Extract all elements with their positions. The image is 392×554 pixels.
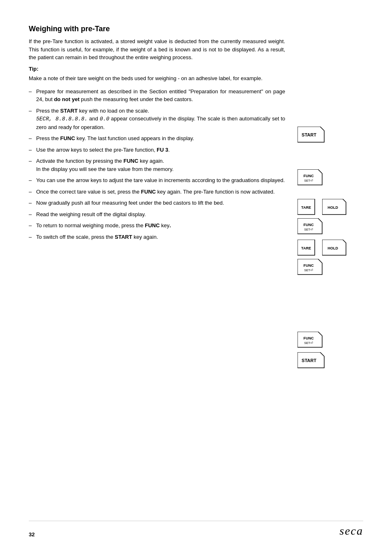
step-7-text: Once the correct tare value is set, pres… [36, 188, 285, 196]
svg-text:FUNC: FUNC [304, 223, 314, 227]
steps-list: – Prepare for measurement as described i… [29, 88, 285, 241]
start-key-svg-2: START [297, 352, 326, 369]
step-6: – You can use the arrow keys to adjust t… [29, 176, 285, 185]
diagram-func-1: FUNC SET⏎ [297, 169, 324, 187]
hold-key-svg-1: HOLD [322, 199, 347, 216]
hold-key-svg-2: HOLD [322, 240, 347, 257]
start-key-svg-1: START [297, 127, 326, 144]
step-5-text: Activate the function by pressing the FU… [36, 157, 285, 173]
step-4-text: Use the arrow keys to select the pre-Tar… [36, 146, 285, 154]
step-3-text: Press the FUNC key. The last function us… [36, 134, 285, 143]
footer: 32 seca [29, 521, 363, 538]
dash: – [29, 88, 36, 104]
step-2-text: Press the START key with no load on the … [36, 107, 285, 132]
tare-hold-row-1: TARE HOLD [297, 199, 347, 216]
diagram-tare-hold-func-1: TARE HOLD FUNC SET⏎ [297, 199, 347, 235]
step-9: – Read the weighing result off the digit… [29, 210, 285, 219]
diagram-start-2: START [297, 352, 326, 369]
svg-text:TARE: TARE [301, 246, 311, 250]
right-column: START FUNC SET⏎ TARE [297, 25, 363, 369]
dash: – [29, 157, 36, 173]
off-text: off [60, 234, 65, 240]
func-key-svg-1: FUNC SET⏎ [297, 169, 324, 187]
tip-text: Make a note of their tare weight on the … [29, 74, 285, 83]
step-6-text: You can use the arrow keys to adjust the… [36, 176, 285, 185]
svg-text:SET⏎: SET⏎ [304, 179, 313, 182]
page: Weighing with pre-Tare If the pre-Tare f… [0, 0, 392, 554]
diagram-tare-hold-func-2: TARE HOLD FUNC SET⏎ [297, 240, 347, 276]
step-10: – To return to normal weighing mode, pre… [29, 222, 285, 230]
step-5: – Activate the function by pressing the … [29, 157, 285, 173]
step-8: – Now gradually push all four measuring … [29, 199, 285, 207]
tare-key-svg-2: TARE [297, 240, 319, 257]
svg-text:SET⏎: SET⏎ [304, 268, 313, 272]
step-7: – Once the correct tare value is set, pr… [29, 188, 285, 196]
dash: – [29, 188, 36, 196]
step-2: – Press the START key with no load on th… [29, 107, 285, 132]
dash: – [29, 134, 36, 143]
diagram-start-1: START [297, 127, 326, 144]
content-area: Weighing with pre-Tare If the pre-Tare f… [29, 25, 363, 369]
svg-text:FUNC: FUNC [304, 174, 314, 178]
svg-text:START: START [302, 132, 316, 137]
func-key-svg-3: FUNC SET⏎ [297, 259, 324, 276]
step-11-text: To switch off the scale, press the START… [36, 233, 285, 241]
step-1-text: Prepare for measurement as described in … [36, 88, 285, 104]
dash: – [29, 210, 36, 219]
func-key-svg-2: FUNC SET⏎ [297, 218, 324, 235]
dash: – [29, 176, 36, 185]
dash: – [29, 146, 36, 154]
step-11: – To switch off the scale, press the STA… [29, 233, 285, 241]
tare-hold-row-2: TARE HOLD [297, 240, 347, 257]
dash: – [29, 107, 36, 132]
page-number: 32 [29, 531, 35, 538]
svg-text:TARE: TARE [301, 205, 311, 210]
svg-text:FUNC: FUNC [304, 263, 314, 268]
svg-text:HOLD: HOLD [327, 205, 338, 210]
tare-key-svg-1: TARE [297, 199, 319, 216]
intro-paragraph: If the pre-Tare function is activated, a… [29, 37, 285, 62]
left-column: Weighing with pre-Tare If the pre-Tare f… [29, 25, 297, 369]
diagram-func-2: FUNC SET⏎ [297, 332, 324, 349]
step-3: – Press the FUNC key. The last function … [29, 134, 285, 143]
page-title: Weighing with pre-Tare [29, 25, 285, 33]
tip-label: Tip: [29, 65, 285, 73]
svg-text:HOLD: HOLD [327, 246, 338, 250]
step-10-text: To return to normal weighing mode, press… [36, 222, 285, 230]
step-4: – Use the arrow keys to select the pre-T… [29, 146, 285, 154]
seca-logo: seca [339, 524, 363, 538]
svg-text:SET⏎: SET⏎ [304, 341, 313, 345]
svg-text:START: START [302, 358, 316, 363]
dash: – [29, 233, 36, 241]
step-9-text: Read the weighing result off the digital… [36, 210, 285, 219]
dash: – [29, 199, 36, 207]
func-key-svg-4: FUNC SET⏎ [297, 332, 324, 349]
step-1: – Prepare for measurement as described i… [29, 88, 285, 104]
svg-text:FUNC: FUNC [304, 336, 314, 340]
svg-text:SET⏎: SET⏎ [304, 228, 313, 231]
step-8-text: Now gradually push all four measuring fe… [36, 199, 285, 207]
dash: – [29, 222, 36, 230]
